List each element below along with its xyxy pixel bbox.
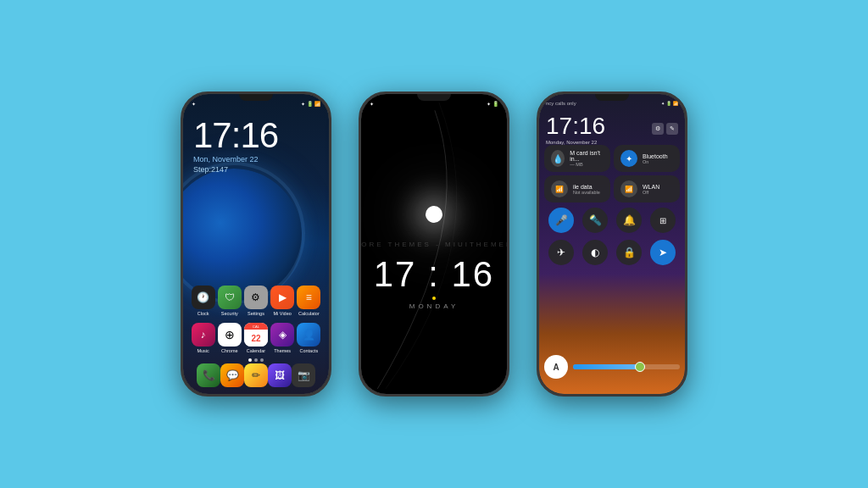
dot-3 bbox=[260, 358, 264, 362]
tile-sim[interactable]: 💧 M card isn't in... — MB bbox=[544, 145, 610, 172]
dock-phone[interactable]: 📞 bbox=[197, 363, 220, 387]
bottom-controls: A bbox=[544, 355, 680, 384]
status-bar-3: ncy calls only ✦ 🔋 📶 bbox=[539, 97, 685, 109]
bluetooth-tile-text: Bluetooth On bbox=[643, 153, 668, 164]
lockscreen-clock: 17:16 Mon, November 22 Step:2147 bbox=[193, 118, 278, 174]
status-left-2: ✦ bbox=[370, 101, 374, 107]
brightness-btn[interactable]: ◐ bbox=[582, 240, 608, 265]
dot-2 bbox=[254, 358, 258, 362]
status-left: ✦ bbox=[192, 101, 196, 107]
bluetooth-icon: ✦ bbox=[301, 101, 305, 107]
auto-brightness-btn[interactable]: A bbox=[544, 355, 568, 379]
control-clock: 17:16 Monday, November 22 bbox=[546, 113, 605, 145]
minimal-day: MONDAY bbox=[361, 302, 507, 310]
music-icon: ♪ bbox=[192, 323, 215, 347]
app-clock-label: Clock bbox=[198, 311, 209, 316]
app-calculator[interactable]: ≡ Calculator bbox=[297, 286, 320, 316]
app-row-1: 🕐 Clock 🛡 Security ⚙ Settings ▶ Mi Video bbox=[190, 286, 322, 316]
minimal-clock: 17 : 16 MONDAY bbox=[361, 254, 507, 310]
app-mivideo-label: Mi Video bbox=[274, 311, 292, 316]
location-btn[interactable]: ➤ bbox=[650, 240, 676, 265]
settings-icon: ⚙ bbox=[244, 286, 268, 309]
dock-notes[interactable]: ✏ bbox=[244, 363, 268, 387]
chrome-icon: ⊕ bbox=[218, 323, 242, 347]
tile-bluetooth[interactable]: ✦ Bluetooth On bbox=[614, 145, 680, 172]
bluetooth-tile-icon: ✦ bbox=[620, 150, 637, 167]
dock-gallery[interactable]: 🖼 bbox=[268, 363, 292, 387]
arc-visual bbox=[361, 94, 507, 389]
brightness-handle[interactable] bbox=[635, 362, 645, 372]
battery-icon-2: 🔋 bbox=[492, 101, 498, 107]
status-icons-3: ✦ 🔋 📶 bbox=[661, 101, 678, 106]
airplane-btn[interactable]: ✈ bbox=[548, 240, 574, 265]
flashlight-btn[interactable]: 🔦 bbox=[582, 208, 608, 233]
edit-action-icon[interactable]: ✎ bbox=[666, 123, 678, 135]
app-music[interactable]: ♪ Music bbox=[192, 323, 215, 353]
phone-minimal-clock: ✦ ✦ 🔋 17 : 16 bbox=[359, 92, 509, 396]
control-time: 17:16 bbox=[546, 113, 605, 140]
brightness-fill bbox=[573, 364, 637, 369]
brightness-row: A bbox=[544, 355, 680, 379]
status-icons-1: ✦ 🔋 📶 bbox=[301, 101, 320, 107]
signal-icon-3: 📶 bbox=[673, 101, 678, 106]
app-settings[interactable]: ⚙ Settings bbox=[244, 286, 268, 316]
settings-action-icon[interactable]: ⚙ bbox=[652, 123, 664, 135]
minimal-time: 17 : 16 bbox=[361, 254, 507, 295]
moon-glow bbox=[426, 206, 442, 223]
app-security-label: Security bbox=[221, 311, 238, 316]
earth-atmosphere bbox=[183, 162, 305, 304]
app-grid: 🕐 Clock 🛡 Security ⚙ Settings ▶ Mi Video bbox=[183, 286, 329, 360]
mic-btn[interactable]: 🎤 bbox=[548, 208, 574, 233]
app-security[interactable]: 🛡 Security bbox=[218, 286, 242, 316]
action-icons: ⚙ ✎ bbox=[652, 123, 678, 135]
info-panel: 17:16 Monday, November 22 ⚙ ✎ bbox=[539, 109, 685, 148]
lock-btn[interactable]: 🔒 bbox=[616, 240, 642, 265]
themes-icon: ◈ bbox=[270, 323, 294, 347]
status-icons-2: ✦ 🔋 bbox=[487, 101, 498, 107]
brightness-slider[interactable] bbox=[573, 364, 680, 369]
bell-btn[interactable]: 🔔 bbox=[616, 208, 642, 233]
sim-tile-text: M card isn't in... — MB bbox=[570, 150, 604, 167]
screen-record-btn[interactable]: ⊞ bbox=[650, 208, 676, 233]
bottom-dock: 📞 💬 ✏ 🖼 📷 bbox=[183, 363, 329, 387]
app-themes[interactable]: ◈ Themes bbox=[270, 323, 294, 353]
dock-camera[interactable]: 📷 bbox=[292, 363, 315, 387]
tile-wlan[interactable]: 📶 WLAN Off bbox=[614, 175, 680, 202]
mobile-data-tile-text: ile data Not available bbox=[573, 184, 600, 195]
sim-tile-icon: 💧 bbox=[551, 150, 565, 167]
calendar-icon: CAL 22 bbox=[244, 323, 268, 347]
app-calculator-label: Calculator bbox=[298, 311, 320, 316]
app-settings-label: Settings bbox=[248, 311, 264, 316]
app-mivideo[interactable]: ▶ Mi Video bbox=[270, 286, 294, 316]
dock-messages[interactable]: 💬 bbox=[220, 363, 244, 387]
app-chrome[interactable]: ⊕ Chrome bbox=[218, 323, 242, 353]
clock-row: 17:16 Monday, November 22 ⚙ ✎ bbox=[546, 113, 678, 145]
tile-mobile-data[interactable]: 📶 ile data Not available bbox=[544, 175, 610, 202]
battery-icon-3: 🔋 bbox=[666, 101, 671, 106]
mivideo-icon: ▶ bbox=[270, 286, 294, 309]
wlan-tile-text: WLAN Off bbox=[643, 184, 659, 195]
minimal-background: ✦ ✦ 🔋 17 : 16 bbox=[361, 94, 507, 394]
quick-tiles: 💧 M card isn't in... — MB ✦ Bluetooth On… bbox=[544, 145, 680, 202]
status-bar-1: ✦ ✦ 🔋 📶 bbox=[183, 97, 329, 109]
app-calendar-label: Calendar bbox=[247, 348, 265, 353]
control-row-1: 🎤 🔦 🔔 ⊞ bbox=[544, 208, 680, 233]
lockscreen-date: Mon, November 22 bbox=[193, 155, 278, 164]
page-dots bbox=[183, 358, 329, 362]
app-music-label: Music bbox=[197, 348, 209, 353]
security-icon: 🛡 bbox=[218, 286, 242, 309]
wlan-tile-icon: 📶 bbox=[620, 180, 637, 197]
dot-1 bbox=[248, 358, 252, 362]
phone-lockscreen: ✦ ✦ 🔋 📶 17:16 Mon, November 22 Step:2147 bbox=[181, 92, 331, 396]
calculator-icon: ≡ bbox=[297, 286, 320, 309]
lockscreen-background: ✦ ✦ 🔋 📶 17:16 Mon, November 22 Step:2147 bbox=[183, 94, 329, 394]
battery-icon: 🔋 bbox=[307, 101, 313, 107]
time-separator: : bbox=[428, 254, 440, 294]
app-clock[interactable]: 🕐 Clock bbox=[192, 286, 215, 316]
app-calendar[interactable]: CAL 22 Calendar bbox=[244, 323, 268, 353]
app-chrome-label: Chrome bbox=[221, 348, 238, 353]
signal-icon: 📶 bbox=[314, 101, 320, 107]
app-contacts[interactable]: 👤 Contacts bbox=[297, 323, 320, 353]
emergency-text: ncy calls only bbox=[546, 101, 576, 106]
control-row-2: ✈ ◐ 🔒 ➤ bbox=[544, 240, 680, 265]
